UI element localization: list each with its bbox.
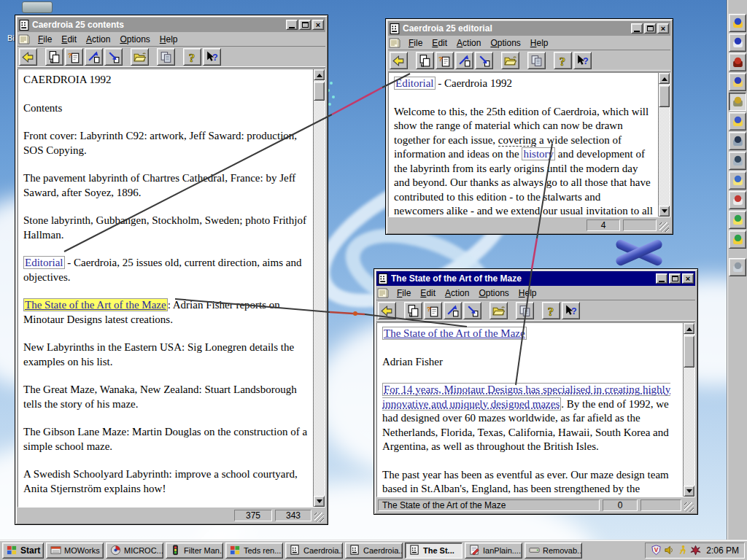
- copy-button[interactable]: [516, 302, 534, 319]
- taskbar-button-ianplain[interactable]: IanPlain....: [465, 542, 522, 559]
- vertical-scrollbar[interactable]: [313, 69, 325, 507]
- window-icon[interactable]: [19, 20, 30, 31]
- scroll-down-button[interactable]: [684, 486, 694, 497]
- replace-page-button[interactable]: ?: [424, 302, 442, 319]
- open-folder-button[interactable]: [501, 52, 519, 69]
- document-area[interactable]: CAERDROIA 1992ContentsFront cover: Labyr…: [18, 69, 313, 507]
- virus-scanner-icon[interactable]: [690, 545, 701, 556]
- resize-grip[interactable]: [314, 513, 324, 522]
- card-icon[interactable]: [729, 258, 746, 276]
- menu-help[interactable]: Help: [514, 287, 542, 300]
- title-bar[interactable]: Caerdroia 25 contents ×: [18, 18, 325, 32]
- menu-action[interactable]: Action: [441, 287, 474, 300]
- menu-help[interactable]: Help: [155, 33, 183, 46]
- resize-grip[interactable]: [684, 502, 694, 512]
- shield-badge-icon[interactable]: [729, 230, 746, 249]
- resize-grip[interactable]: [659, 222, 669, 232]
- copy-button[interactable]: [157, 48, 175, 66]
- replace-page-button[interactable]: ?: [65, 48, 83, 66]
- vertical-scrollbar[interactable]: [683, 323, 694, 497]
- jump-back-button[interactable]: [104, 48, 123, 66]
- title-bar[interactable]: The State of the Art of the Maze ×: [376, 271, 695, 286]
- copy-page-button[interactable]: [416, 52, 434, 69]
- back-button[interactable]: [378, 302, 396, 319]
- scroll-down-button[interactable]: [314, 496, 325, 507]
- scroll-down-button[interactable]: [659, 206, 670, 217]
- minimize-button[interactable]: [631, 23, 643, 34]
- copy-button[interactable]: [527, 52, 546, 69]
- menu-edit[interactable]: Edit: [416, 287, 441, 300]
- hyperlink[interactable]: covering: [498, 134, 536, 147]
- menu-file[interactable]: File: [34, 33, 57, 46]
- letters-icon[interactable]: [729, 34, 746, 52]
- hyperlink[interactable]: Editorial: [394, 77, 436, 90]
- taskbar-button-microc[interactable]: MICROC...: [106, 542, 163, 559]
- hyperlink[interactable]: Editorial: [23, 256, 65, 269]
- menu-action[interactable]: Action: [82, 33, 115, 46]
- minimize-button[interactable]: [656, 273, 667, 284]
- scroll-up-button[interactable]: [659, 73, 670, 84]
- back-button[interactable]: [390, 52, 408, 69]
- vertical-scrollbar[interactable]: [658, 73, 670, 217]
- menu-options[interactable]: Options: [115, 33, 155, 46]
- start-button[interactable]: Start: [2, 542, 44, 559]
- taskbar-button-filterman[interactable]: Filter Man...: [166, 542, 223, 559]
- scroll-thumb[interactable]: [659, 85, 670, 107]
- jump-back-button[interactable]: [475, 52, 493, 69]
- window-icon[interactable]: [378, 273, 389, 284]
- scroll-up-button[interactable]: [684, 323, 694, 334]
- back-button[interactable]: [19, 48, 37, 66]
- menu-options[interactable]: Options: [474, 287, 514, 300]
- taskbar-button-moworks[interactable]: MOWorks: [46, 542, 104, 559]
- taskbar-button-caerdroia[interactable]: Caerdroia...: [285, 542, 343, 559]
- hyperlink[interactable]: The State of the Art of the Maze: [382, 327, 527, 340]
- taskbar-button-tedsren[interactable]: Teds ren...: [225, 542, 283, 559]
- replace-page-button[interactable]: ?: [436, 52, 454, 69]
- properties-icon[interactable]: [18, 34, 31, 45]
- help-button[interactable]: ?: [554, 52, 572, 69]
- menu-action[interactable]: Action: [452, 36, 486, 50]
- scroll-thumb[interactable]: [314, 82, 325, 101]
- taskbar-button-removab[interactable]: Removab...: [525, 542, 582, 559]
- open-folder-button[interactable]: [489, 302, 508, 319]
- board-icon[interactable]: [729, 211, 746, 229]
- window-icon[interactable]: [390, 23, 400, 34]
- volume-icon[interactable]: [664, 545, 675, 556]
- shoe-icon[interactable]: [729, 152, 746, 170]
- context-help-button[interactable]: ?: [573, 52, 592, 69]
- minimize-button[interactable]: [286, 20, 298, 30]
- jump-forward-button[interactable]: [444, 302, 462, 319]
- properties-icon[interactable]: [377, 287, 390, 299]
- menu-file[interactable]: File: [404, 36, 427, 50]
- maximize-button[interactable]: [644, 23, 656, 34]
- scroll-thumb[interactable]: [684, 335, 694, 368]
- hyperlink[interactable]: The State of the Art of the Maze: [23, 298, 168, 311]
- menu-help[interactable]: Help: [526, 36, 554, 50]
- person-icon[interactable]: [729, 73, 746, 91]
- toolbox-icon[interactable]: [729, 53, 746, 71]
- menu-edit[interactable]: Edit: [427, 36, 452, 50]
- help-button[interactable]: ?: [183, 48, 201, 66]
- close-button[interactable]: ×: [312, 20, 324, 30]
- properties-icon[interactable]: [389, 37, 401, 49]
- taskbar-button-caerdroia[interactable]: Caerdroia...: [345, 542, 403, 559]
- maximize-button[interactable]: [299, 20, 311, 30]
- close-button[interactable]: ×: [657, 23, 669, 34]
- jump-forward-button[interactable]: [455, 52, 473, 69]
- taskbar-button-thest[interactable]: The St...: [405, 542, 462, 559]
- help-button[interactable]: ?: [542, 302, 560, 319]
- hook-icon[interactable]: [729, 93, 746, 111]
- menu-options[interactable]: Options: [486, 36, 525, 50]
- hyperlink[interactable]: history: [522, 147, 555, 160]
- desktop-icon[interactable]: [22, 1, 53, 13]
- scroll-up-button[interactable]: [314, 69, 325, 80]
- context-help-button[interactable]: ?: [203, 48, 221, 66]
- mailbox-icon[interactable]: [729, 191, 746, 209]
- maximize-button[interactable]: [669, 273, 681, 284]
- menu-file[interactable]: File: [392, 287, 416, 300]
- copy-page-button[interactable]: [45, 48, 63, 66]
- document-area[interactable]: The State of the Art of the MazeAdrian F…: [377, 323, 683, 497]
- menu-edit[interactable]: Edit: [57, 33, 82, 46]
- phone-icon[interactable]: [729, 132, 746, 150]
- title-bar[interactable]: Caerdroia 25 editorial ×: [388, 21, 670, 36]
